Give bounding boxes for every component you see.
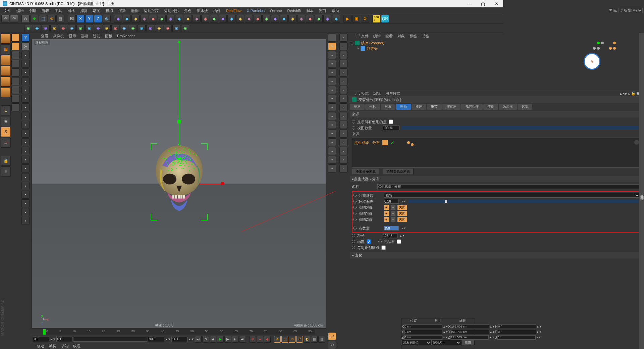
y-handle[interactable] <box>177 120 181 123</box>
tool-misc-4[interactable]: ◆ <box>149 15 157 23</box>
attr-menu-item[interactable]: 模式 <box>361 91 369 96</box>
pencil-icon[interactable]: ✎ <box>328 42 336 50</box>
tool-misc-23[interactable]: ◆ <box>315 15 323 23</box>
viewport[interactable]: 透视视图 for(let i=0;i <box>32 39 326 272</box>
menu-RealFlow[interactable]: RealFlow <box>224 8 244 13</box>
ricon-3[interactable]: ▪ <box>328 77 336 85</box>
obj-menu-item[interactable]: 查看 <box>385 34 393 39</box>
z-plus-button[interactable]: + <box>384 217 389 222</box>
ricon[interactable] <box>328 34 336 42</box>
menu-Redshift[interactable]: Redshift <box>285 8 303 13</box>
attr-tab-几何粘连[interactable]: 几何粘连 <box>461 104 483 110</box>
ricon-7[interactable]: ▪ <box>328 112 336 120</box>
ricon2-15[interactable]: ▫ <box>339 164 347 172</box>
menu-网格[interactable]: 网格 <box>65 8 77 14</box>
dist-type-select[interactable]: 指数 <box>384 193 503 198</box>
ricon2-12[interactable]: ▫ <box>339 138 347 146</box>
stddev-input[interactable] <box>384 199 399 204</box>
layer-button[interactable]: ≡ <box>1 166 11 177</box>
vp-menu-item[interactable]: 显示 <box>69 34 76 39</box>
ricon2-7[interactable]: ▫ <box>339 95 347 103</box>
tool-misc-9[interactable]: ◆ <box>193 15 201 23</box>
ricon2-1[interactable]: ▫ <box>339 42 347 50</box>
obj-menu-item[interactable]: 标签 <box>410 34 417 39</box>
lx-1[interactable]: ▪ <box>21 60 30 68</box>
z-off-button[interactable]: 关闭 <box>397 217 407 222</box>
lx-18[interactable]: ▪ <box>21 208 30 216</box>
object-tool-12[interactable]: ◉ <box>129 24 137 32</box>
object-tool-4[interactable]: ◉ <box>59 24 67 32</box>
menu-插件[interactable]: 插件 <box>211 8 223 14</box>
ricon2-10[interactable]: ▫ <box>339 121 347 129</box>
lx-7[interactable]: ▪ <box>21 112 30 120</box>
x-minus-button[interactable]: − <box>391 205 395 210</box>
tool-misc-12[interactable]: ◆ <box>219 15 227 23</box>
lx-13[interactable]: ▪ <box>21 164 30 172</box>
ltool-0[interactable] <box>11 34 19 42</box>
lx-12[interactable]: ▪ <box>21 156 30 164</box>
tool-misc-15[interactable]: ◆ <box>245 15 253 23</box>
ricon-5[interactable]: ▪ <box>328 95 336 103</box>
x-handle[interactable] <box>221 182 224 185</box>
point-mode-button[interactable] <box>1 66 11 76</box>
tool-misc-0[interactable]: ◆ <box>114 15 122 23</box>
object-tool-18[interactable]: ◉ <box>181 24 189 32</box>
tool-misc-18[interactable]: ◆ <box>271 15 279 23</box>
ricon-13[interactable]: ▪ <box>328 164 336 172</box>
psr-button[interactable]: PSR0 <box>372 15 380 23</box>
model-mode-button[interactable] <box>1 34 11 44</box>
menu-帮助[interactable]: 帮助 <box>329 8 341 14</box>
ricon-11[interactable]: ▪ <box>328 147 336 155</box>
vp-menu-item[interactable]: 选项 <box>81 34 88 39</box>
menu-窗口[interactable]: 窗口 <box>317 8 329 14</box>
lx-11[interactable]: ▪ <box>21 147 30 155</box>
ricon-0[interactable]: ▪ <box>328 51 336 59</box>
attr-tab-基本[interactable]: 基本 <box>350 104 365 110</box>
ltool-2[interactable] <box>11 51 19 59</box>
snap-magnet-button[interactable]: ⊃ <box>1 138 11 148</box>
tool-misc-25[interactable]: ◆ <box>332 15 340 23</box>
z-axis-button[interactable]: Z <box>94 15 102 23</box>
obj-menu-item[interactable]: 书签 <box>422 34 429 39</box>
vp-menu-item[interactable]: 面板 <box>105 34 112 39</box>
y-off-button[interactable]: 关闭 <box>397 211 407 216</box>
render-pv-button[interactable]: ▣ <box>352 15 360 23</box>
obj-menu-item[interactable]: 对象 <box>397 34 405 39</box>
axis-button[interactable]: L <box>1 105 11 115</box>
attr-menu-item[interactable]: 编辑 <box>373 91 381 96</box>
menu-渲染[interactable]: 渲染 <box>116 8 128 14</box>
live-select-button[interactable]: ⊙ <box>21 15 30 23</box>
ricon-12[interactable]: ▪ <box>328 156 336 164</box>
render-settings-button[interactable]: ⚙ <box>361 15 369 23</box>
menu-运动跟踪[interactable]: 运动跟踪 <box>142 8 161 14</box>
lx-6[interactable]: ▪ <box>21 103 30 111</box>
minimize-button[interactable]: — <box>463 1 476 6</box>
x-plus-button[interactable]: + <box>384 205 389 210</box>
ricon2-4[interactable]: ▫ <box>339 68 347 77</box>
ricon2-8[interactable]: ▫ <box>339 103 347 111</box>
ricon-6[interactable]: ▪ <box>328 103 336 111</box>
tree-row-voronoi[interactable]: ⊟ 破碎 (Voronoi) <box>351 40 503 46</box>
lx-5[interactable]: ▪ <box>21 95 30 103</box>
menu-创建[interactable]: 创建 <box>27 8 39 14</box>
menu-脚本[interactable]: 脚本 <box>304 8 316 14</box>
point-count-input[interactable] <box>384 226 399 231</box>
object-tool-7[interactable]: ◉ <box>85 24 93 32</box>
seed-input[interactable] <box>383 233 397 238</box>
ricon-4[interactable]: ▪ <box>328 86 336 94</box>
tool-misc-3[interactable]: ◆ <box>140 15 148 23</box>
attr-tab-连接器[interactable]: 连接器 <box>442 104 461 110</box>
menu-Octane[interactable]: Octane <box>268 8 284 13</box>
lx-10[interactable]: ▪ <box>21 138 30 146</box>
render-view-button[interactable]: ▶ <box>343 15 352 23</box>
ricon-2[interactable]: ▪ <box>328 68 336 77</box>
ltool-7[interactable] <box>11 95 19 103</box>
section-header-generator[interactable]: ▸点生成器 - 分布 <box>350 176 503 182</box>
tool-misc-20[interactable]: ◆ <box>288 15 297 23</box>
attr-tab-效果器[interactable]: 效果器 <box>499 104 503 110</box>
y-minus-button[interactable]: − <box>391 211 395 216</box>
y-axis-button[interactable]: Y <box>85 15 93 23</box>
tool-misc-13[interactable]: ◆ <box>227 15 235 23</box>
section-header-variation[interactable]: ▸ 变化 <box>350 252 503 258</box>
object-tool-9[interactable]: ◉ <box>103 24 111 32</box>
